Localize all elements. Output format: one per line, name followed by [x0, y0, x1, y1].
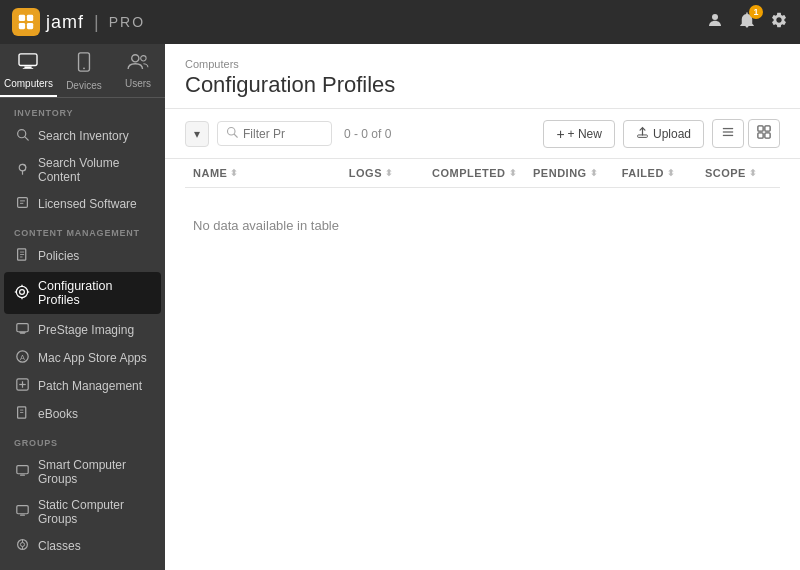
section-enrollment-label: ENROLLMENT — [0, 560, 165, 570]
svg-rect-53 — [638, 134, 648, 136]
prestage-imaging-icon — [14, 322, 30, 338]
empty-message: No data available in table — [185, 188, 780, 263]
svg-rect-16 — [17, 198, 27, 208]
sidebar-item-ebooks[interactable]: eBooks — [0, 400, 165, 428]
sidebar-item-configuration-profiles-label: Configuration Profiles — [38, 279, 151, 307]
sort-icon-logs: ⬍ — [385, 168, 394, 178]
table-container: NAME ⬍ LOGS ⬍ COMPLETED ⬍ PENDING ⬍ FAIL… — [165, 159, 800, 263]
search-inventory-icon — [14, 128, 30, 144]
svg-line-52 — [234, 134, 237, 137]
sidebar-item-licensed-software[interactable]: Licensed Software — [0, 190, 165, 218]
col-pending[interactable]: PENDING ⬍ — [525, 167, 614, 179]
jamf-icon — [12, 8, 40, 36]
sidebar-item-policies[interactable]: Policies — [0, 242, 165, 270]
svg-rect-57 — [758, 126, 763, 131]
tab-devices[interactable]: Devices — [57, 44, 111, 97]
svg-rect-2 — [19, 23, 25, 29]
new-plus-icon: + — [556, 126, 564, 142]
user-icon[interactable] — [706, 11, 724, 34]
sidebar-item-configuration-profiles[interactable]: Configuration Profiles — [4, 272, 161, 314]
tab-computers[interactable]: Computers — [0, 44, 57, 97]
svg-text:A: A — [20, 353, 25, 362]
svg-rect-1 — [27, 15, 33, 21]
sidebar-item-search-inventory-label: Search Inventory — [38, 129, 129, 143]
policies-icon — [14, 248, 30, 264]
sidebar: Computers Devices Users INVENTORY Search… — [0, 44, 165, 570]
breadcrumb: Computers — [185, 58, 780, 70]
main-layout: Computers Devices Users INVENTORY Search… — [0, 44, 800, 570]
sidebar-item-prestage-imaging[interactable]: PreStage Imaging — [0, 316, 165, 344]
sidebar-item-smart-computer-groups[interactable]: Smart Computer Groups — [0, 452, 165, 492]
sidebar-item-classes-label: Classes — [38, 539, 81, 553]
toolbar: ▾ 0 - 0 of 0 + + New Upload — [165, 109, 800, 159]
view-toggle — [712, 119, 780, 148]
svg-rect-43 — [20, 515, 25, 516]
svg-rect-29 — [16, 324, 27, 332]
notification-badge: 1 — [749, 5, 763, 19]
record-count: 0 - 0 of 0 — [344, 127, 391, 141]
svg-line-13 — [24, 137, 27, 140]
sidebar-item-search-volume-label: Search Volume Content — [38, 156, 151, 184]
list-view-button[interactable] — [712, 119, 744, 148]
sidebar-item-mac-app-store-apps[interactable]: A Mac App Store Apps — [0, 344, 165, 372]
upload-button[interactable]: Upload — [623, 120, 704, 148]
topbar-icons: 1 — [706, 11, 788, 34]
svg-rect-60 — [765, 133, 770, 138]
sidebar-item-smart-groups-label: Smart Computer Groups — [38, 458, 151, 486]
search-box — [217, 121, 332, 146]
col-completed[interactable]: COMPLETED ⬍ — [424, 167, 525, 179]
settings-icon[interactable] — [770, 11, 788, 34]
content-area: Computers Configuration Profiles ▾ 0 - 0… — [165, 44, 800, 570]
col-name[interactable]: NAME ⬍ — [185, 167, 341, 179]
list-view-icon — [721, 126, 735, 141]
search-input[interactable] — [243, 127, 323, 141]
new-button-label: + New — [568, 127, 602, 141]
sidebar-item-mac-app-store-label: Mac App Store Apps — [38, 351, 147, 365]
svg-rect-0 — [19, 15, 25, 21]
search-icon — [226, 126, 238, 141]
grid-view-icon — [757, 127, 771, 142]
sidebar-item-static-groups-label: Static Computer Groups — [38, 498, 151, 526]
svg-point-4 — [712, 14, 718, 20]
classes-icon — [14, 538, 30, 554]
tab-users-label: Users — [125, 78, 151, 89]
licensed-software-icon — [14, 196, 30, 212]
sidebar-item-patch-management-label: Patch Management — [38, 379, 142, 393]
grid-view-button[interactable] — [748, 119, 780, 148]
section-inventory-label: INVENTORY — [0, 98, 165, 122]
sidebar-item-search-volume-content[interactable]: Search Volume Content — [0, 150, 165, 190]
sidebar-item-policies-label: Policies — [38, 249, 79, 263]
devices-icon — [76, 52, 92, 77]
tab-computers-label: Computers — [4, 78, 53, 89]
svg-rect-7 — [23, 68, 34, 69]
jamf-text: jamf — [46, 12, 84, 33]
sidebar-item-static-computer-groups[interactable]: Static Computer Groups — [0, 492, 165, 532]
new-button[interactable]: + + New — [543, 120, 615, 148]
tab-users[interactable]: Users — [111, 44, 165, 97]
dropdown-button[interactable]: ▾ — [185, 121, 209, 147]
smart-groups-icon — [14, 464, 30, 480]
section-content-management-label: CONTENT MANAGEMENT — [0, 218, 165, 242]
svg-point-9 — [83, 67, 85, 69]
sidebar-item-patch-management[interactable]: Patch Management — [0, 372, 165, 400]
svg-point-23 — [16, 286, 27, 297]
col-scope[interactable]: SCOPE ⬍ — [697, 167, 780, 179]
notification-icon[interactable]: 1 — [738, 11, 756, 34]
upload-button-label: Upload — [653, 127, 691, 141]
pro-text: PRO — [109, 14, 145, 30]
svg-point-11 — [141, 56, 146, 61]
sidebar-item-search-inventory[interactable]: Search Inventory — [0, 122, 165, 150]
col-logs[interactable]: LOGS ⬍ — [341, 167, 424, 179]
computers-icon — [17, 52, 39, 75]
sort-icon-failed: ⬍ — [667, 168, 676, 178]
col-failed[interactable]: FAILED ⬍ — [614, 167, 697, 179]
logo: jamf | PRO — [12, 8, 145, 36]
sidebar-item-classes[interactable]: Classes — [0, 532, 165, 560]
mac-app-store-icon: A — [14, 350, 30, 366]
upload-icon — [636, 126, 649, 142]
sort-icon-pending: ⬍ — [590, 168, 599, 178]
sort-icon-name: ⬍ — [230, 168, 239, 178]
sidebar-item-ebooks-label: eBooks — [38, 407, 78, 421]
svg-rect-3 — [27, 23, 33, 29]
static-groups-icon — [14, 504, 30, 520]
